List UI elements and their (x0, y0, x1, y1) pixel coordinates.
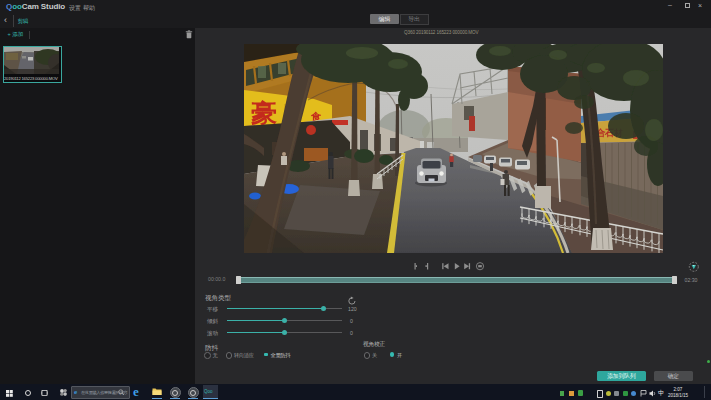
svg-text:豪: 豪 (251, 98, 277, 128)
